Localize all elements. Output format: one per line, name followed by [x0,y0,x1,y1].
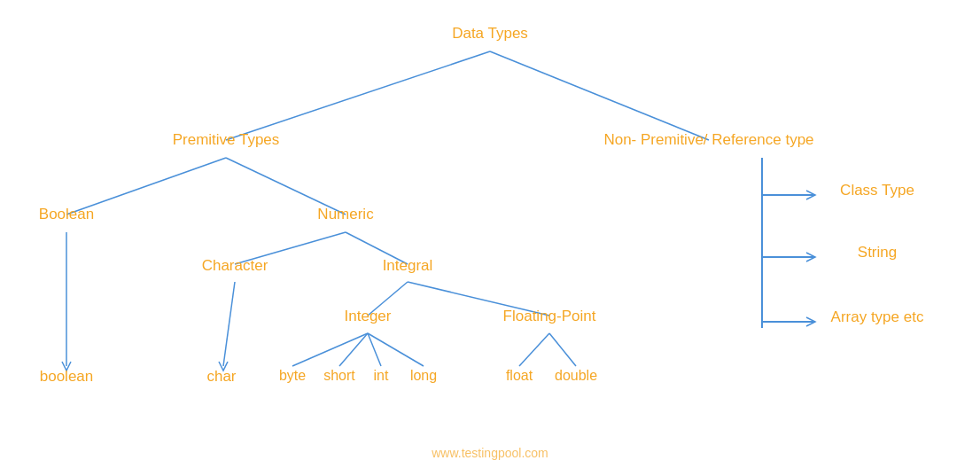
node-root: Data Types [452,25,528,43]
connector-lines [0,0,980,476]
node-floating-point: Floating-Point [503,308,596,325]
node-integer: Integer [345,308,392,325]
diagram: Data Types Premitive Types Non- Premitiv… [0,0,980,476]
node-byte: byte [279,368,306,384]
node-numeric: Numeric [317,206,373,223]
node-integral: Integral [383,257,433,275]
node-short: short [323,368,355,384]
watermark: www.testingpool.com [432,446,548,460]
node-character: Character [202,257,268,275]
node-class-type: Class Type [840,182,914,199]
svg-line-11 [339,333,368,366]
svg-line-10 [292,333,368,366]
node-string: String [858,244,897,261]
svg-line-15 [549,333,576,366]
svg-line-14 [519,333,549,366]
svg-line-12 [368,333,381,366]
node-boolean-val: boolean [40,368,94,386]
node-int: int [374,368,389,384]
node-char-val: char [206,368,236,386]
svg-line-13 [368,333,424,366]
node-nonprimitive: Non- Premitive/ Reference type [603,131,813,149]
svg-line-0 [226,51,490,140]
svg-line-7 [223,282,235,366]
svg-line-1 [490,51,709,140]
node-primitive: Premitive Types [173,131,280,149]
node-float: float [506,368,533,384]
node-boolean: Boolean [39,206,94,223]
node-array-type: Array type etc [831,308,924,326]
node-double: double [555,368,597,384]
node-long: long [410,368,437,384]
